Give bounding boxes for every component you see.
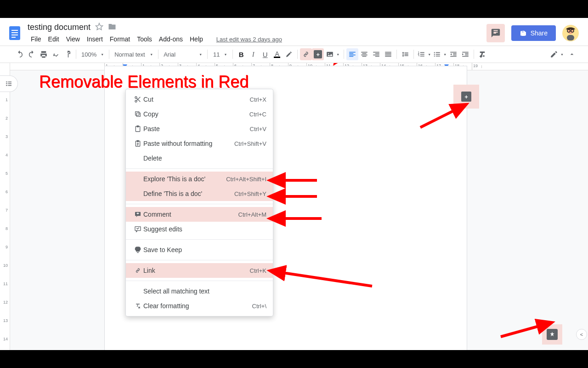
context-menu-label: Explore 'This is a doc' — [143, 175, 226, 183]
svg-point-13 — [328, 53, 329, 54]
keep-icon — [132, 246, 143, 253]
bulleted-list-button[interactable] — [432, 48, 447, 60]
side-panel-toggle[interactable]: < — [576, 329, 587, 340]
menu-file[interactable]: File — [28, 34, 45, 45]
context-menu-label: Save to Keep — [143, 246, 266, 253]
context-menu-item[interactable]: Save to Keep — [126, 242, 273, 257]
align-center-button[interactable] — [358, 48, 370, 60]
context-menu-label: Paste — [143, 125, 250, 132]
svg-point-18 — [135, 97, 137, 98]
context-menu-item[interactable]: Delete — [126, 151, 273, 166]
increase-indent-button[interactable] — [459, 48, 471, 60]
title-area: testing document File Edit View Insert F… — [28, 22, 486, 45]
docs-header: testing document File Edit View Insert F… — [0, 18, 588, 46]
styles-dropdown[interactable]: Normal text — [112, 48, 156, 60]
align-left-button[interactable] — [346, 48, 358, 60]
context-menu-shortcut: Ctrl+K — [250, 267, 266, 274]
context-menu-item[interactable]: Suggest edits — [126, 222, 273, 236]
context-menu-shortcut: Ctrl+Alt+Shift+I — [226, 176, 266, 183]
context-menu-item[interactable]: PasteCtrl+V — [126, 121, 273, 136]
svg-marker-5 — [96, 23, 103, 29]
align-right-button[interactable] — [370, 48, 382, 60]
align-justify-button[interactable] — [382, 48, 394, 60]
menu-bar: File Edit View Insert Format Tools Add-o… — [28, 34, 486, 45]
svg-point-17 — [135, 100, 137, 102]
context-menu-shortcut: Ctrl+\ — [252, 303, 266, 310]
menu-edit[interactable]: Edit — [45, 34, 62, 45]
text-color-button[interactable]: A — [271, 48, 283, 60]
line-spacing-button[interactable] — [399, 48, 411, 60]
share-button[interactable]: Share — [511, 25, 556, 41]
cut-icon — [132, 96, 143, 103]
outline-toggle-button[interactable] — [0, 75, 18, 92]
account-avatar[interactable] — [562, 25, 579, 41]
context-menu-item[interactable]: CommentCtrl+Alt+M — [126, 207, 273, 222]
font-size-dropdown[interactable]: 11 — [210, 48, 230, 60]
svg-rect-2 — [11, 32, 18, 33]
context-menu-label: Delete — [143, 155, 266, 162]
context-menu-item[interactable]: Define 'This is a doc'Ctrl+Shift+Y — [126, 186, 273, 201]
menu-view[interactable]: View — [63, 34, 83, 45]
paste-plain-icon — [132, 140, 143, 147]
context-menu-shortcut: Ctrl+C — [249, 111, 266, 118]
context-menu-item[interactable]: CopyCtrl+C — [126, 107, 273, 121]
insert-link-button[interactable] — [300, 48, 312, 60]
font-dropdown[interactable]: Arial — [161, 48, 205, 60]
context-menu-label: Comment — [143, 211, 238, 218]
spellcheck-button[interactable] — [50, 48, 62, 60]
context-menu-item[interactable]: CutCtrl+X — [126, 92, 273, 107]
italic-button[interactable]: I — [247, 48, 259, 60]
context-menu-item[interactable]: Clear formattingCtrl+\ — [126, 299, 273, 313]
svg-line-35 — [501, 325, 542, 337]
editor-area: 112345678910111213141516171819 123456789… — [0, 63, 588, 350]
menu-help[interactable]: Help — [187, 34, 206, 45]
svg-rect-4 — [11, 37, 16, 38]
star-icon[interactable] — [95, 23, 103, 32]
menu-insert[interactable]: Insert — [84, 34, 106, 45]
context-menu-item[interactable]: LinkCtrl+K — [126, 263, 273, 278]
zoom-dropdown[interactable]: 100% — [79, 48, 107, 60]
menu-addons[interactable]: Add-ons — [156, 34, 186, 45]
paint-format-button[interactable] — [62, 48, 74, 60]
comment-icon — [132, 211, 143, 218]
context-menu-item[interactable]: Paste without formattingCtrl+Shift+V — [126, 136, 273, 151]
underline-button[interactable]: U — [259, 48, 271, 60]
margin-add-comment-button[interactable]: + — [453, 85, 479, 109]
svg-rect-19 — [136, 113, 140, 116]
svg-rect-22 — [137, 126, 139, 127]
document-title[interactable]: testing document — [28, 23, 90, 32]
bold-button[interactable]: B — [235, 48, 247, 60]
decrease-indent-button[interactable] — [447, 48, 459, 60]
svg-rect-6 — [521, 33, 525, 36]
menu-tools[interactable]: Tools — [134, 34, 155, 45]
folder-icon[interactable] — [108, 23, 116, 32]
context-menu-label: Define 'This is a doc' — [143, 190, 234, 197]
context-menu-item[interactable]: Explore 'This is a doc'Ctrl+Alt+Shift+I — [126, 172, 273, 186]
svg-rect-3 — [11, 34, 18, 35]
redo-button[interactable] — [26, 48, 38, 60]
insert-image-button[interactable] — [324, 48, 341, 60]
highlight-button[interactable] — [283, 48, 295, 60]
collapse-toolbar-button[interactable] — [566, 48, 578, 60]
svg-rect-20 — [136, 112, 139, 115]
open-comments-button[interactable] — [486, 24, 505, 42]
clear-formatting-button[interactable] — [476, 48, 488, 60]
editing-mode-button[interactable] — [548, 48, 566, 60]
context-menu-item[interactable]: Select all matching text — [126, 284, 273, 299]
menu-format[interactable]: Format — [107, 34, 133, 45]
explore-icon — [547, 329, 558, 340]
context-menu-label: Link — [143, 267, 250, 274]
explore-button[interactable] — [542, 324, 562, 345]
undo-button[interactable] — [14, 48, 26, 60]
print-button[interactable] — [38, 48, 50, 60]
insert-comment-button[interactable]: + — [312, 48, 324, 60]
context-menu-label: Cut — [143, 96, 250, 103]
docs-logo[interactable] — [6, 24, 24, 42]
context-menu-label: Paste without formatting — [143, 140, 234, 147]
numbered-list-button[interactable] — [416, 48, 432, 60]
vertical-ruler[interactable]: 1234567891011121314 — [0, 63, 10, 350]
context-menu-label: Copy — [143, 110, 249, 118]
last-edit-link[interactable]: Last edit was 2 days ago — [213, 34, 285, 45]
plus-icon: + — [461, 92, 471, 102]
paste-icon — [132, 125, 143, 132]
